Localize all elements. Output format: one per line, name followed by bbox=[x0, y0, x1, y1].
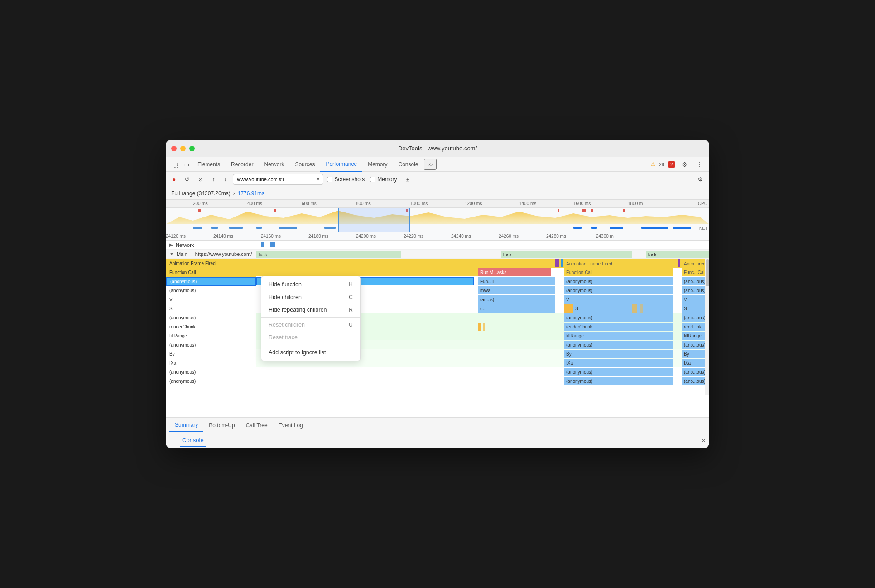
more-tabs-button[interactable]: >> bbox=[424, 159, 437, 170]
console-close-icon[interactable]: × bbox=[702, 437, 706, 445]
task-bar-3[interactable]: Task bbox=[646, 251, 709, 258]
anonymous-label-3[interactable]: (anonymous) bbox=[166, 313, 256, 322]
flame-chart: Animation Frame Fired Animation Frame Fi… bbox=[166, 259, 709, 417]
anonymous-bar-6[interactable]: (anonymous) bbox=[564, 313, 673, 322]
hide-function-item[interactable]: Hide function H bbox=[261, 278, 360, 291]
hide-repeating-shortcut: R bbox=[349, 307, 353, 313]
ellipsis-bar[interactable]: (... bbox=[478, 304, 555, 313]
ixa-bar[interactable]: IXa bbox=[564, 359, 673, 367]
v-bar[interactable]: V bbox=[564, 295, 673, 304]
svg-rect-2 bbox=[274, 209, 276, 212]
ixa-label[interactable]: IXa bbox=[166, 358, 256, 367]
fillrange-bar[interactable]: fillRange_ bbox=[564, 332, 673, 340]
screenshots-check[interactable] bbox=[327, 177, 332, 182]
selection-overlay[interactable] bbox=[338, 208, 410, 232]
console-menu-icon[interactable]: ⋮ bbox=[169, 436, 177, 445]
capture-settings-icon[interactable]: ⚙ bbox=[695, 174, 706, 184]
anonymous-label-6[interactable]: (anonymous) bbox=[166, 376, 256, 386]
anonymous-bar-4[interactable]: (anonymous) bbox=[564, 286, 673, 294]
anonymous-content-5[interactable]: (anonymous) (ano...ous) bbox=[256, 367, 709, 376]
anonymous-label-4[interactable]: (anonymous) bbox=[166, 340, 256, 349]
an-s-bar[interactable]: (an...s) bbox=[478, 295, 555, 304]
anonymous-label-2[interactable]: (anonymous) bbox=[166, 286, 256, 295]
anim-frame-bar[interactable] bbox=[256, 259, 551, 267]
tab-event-log[interactable]: Event Log bbox=[273, 419, 308, 431]
inspect-icon[interactable]: ⬚ bbox=[169, 159, 181, 170]
function-call-content[interactable]: Run M...asks Function Call Func...Call bbox=[256, 268, 709, 277]
tab-sources[interactable]: Sources bbox=[289, 157, 320, 172]
maximize-button[interactable] bbox=[189, 146, 195, 151]
selected-range[interactable]: 1776.91ms bbox=[238, 190, 264, 197]
anonymous-bar-2[interactable]: (anonymous) bbox=[564, 277, 673, 285]
record-button[interactable]: ● bbox=[169, 174, 178, 185]
reload-button[interactable]: ↺ bbox=[182, 174, 192, 184]
tab-summary[interactable]: Summary bbox=[169, 419, 203, 432]
network-track-content[interactable] bbox=[256, 241, 709, 249]
add-ignore-item[interactable]: Add script to ignore list bbox=[261, 346, 360, 359]
by-label[interactable]: By bbox=[166, 349, 256, 358]
scrollbar[interactable] bbox=[705, 259, 709, 395]
function-call-bar-2[interactable]: Function Call bbox=[564, 268, 673, 276]
anonymous-bar-12[interactable]: (anonymous) bbox=[564, 377, 673, 385]
tab-console[interactable]: Console bbox=[393, 157, 423, 172]
tab-bar: ⬚ ▭ Elements Recorder Network Sources Pe… bbox=[166, 157, 709, 172]
tab-bottom-up[interactable]: Bottom-Up bbox=[203, 419, 240, 431]
mwa-bar[interactable]: mWa bbox=[478, 286, 555, 294]
network-track-label[interactable]: ▶ Network bbox=[166, 241, 256, 249]
anonymous-label[interactable]: (anonymous) bbox=[166, 277, 256, 286]
run-masks-bar[interactable]: Run M...asks bbox=[478, 268, 551, 276]
anonymous-content-6[interactable]: (anonymous) (ano...ous) bbox=[256, 376, 709, 386]
main-track-content[interactable]: Task Task Task bbox=[256, 250, 709, 258]
s-label[interactable]: S bbox=[166, 304, 256, 313]
warning-count[interactable]: 29 bbox=[659, 162, 664, 167]
fillrange-label[interactable]: fillRange_ bbox=[166, 331, 256, 340]
anonymous-label-5[interactable]: (anonymous) bbox=[166, 367, 256, 376]
anonymous-bar-10[interactable]: (anonymous) bbox=[564, 368, 673, 376]
tab-recorder[interactable]: Recorder bbox=[226, 157, 259, 172]
console-tab[interactable]: Console bbox=[180, 434, 206, 447]
tab-call-tree[interactable]: Call Tree bbox=[240, 419, 273, 431]
settings-icon[interactable]: ⚙ bbox=[679, 159, 690, 170]
tab-performance[interactable]: Performance bbox=[320, 157, 362, 172]
anim-frame-content[interactable]: Animation Frame Fired Anim...ired bbox=[256, 259, 709, 268]
more-options-icon[interactable]: ⋮ bbox=[694, 159, 706, 170]
detail-tick-3: 24180 ms bbox=[308, 234, 328, 239]
hide-repeating-item[interactable]: Hide repeating children R bbox=[261, 304, 360, 316]
tab-memory[interactable]: Memory bbox=[362, 157, 393, 172]
anonymous-bar-8[interactable]: (anonymous) bbox=[564, 341, 673, 349]
collapse-main-icon[interactable]: ▼ bbox=[169, 251, 174, 256]
fun-ll-bar[interactable]: Fun...ll bbox=[478, 277, 555, 285]
tab-network[interactable]: Network bbox=[259, 157, 289, 172]
anim-frame-label[interactable]: Animation Frame Fired bbox=[166, 259, 256, 268]
memory-extra-icon[interactable]: ⊞ bbox=[403, 174, 413, 184]
renderchunk-bar[interactable]: renderChunk_ bbox=[564, 323, 673, 331]
v-label[interactable]: V bbox=[166, 295, 256, 304]
expand-network-icon[interactable]: ▶ bbox=[169, 242, 173, 247]
address-input[interactable]: www.youtube.com #1 ▾ bbox=[233, 174, 323, 185]
upload-button[interactable]: ↑ bbox=[209, 174, 217, 184]
task-bar-2[interactable]: Task bbox=[501, 251, 632, 258]
task-bar-1[interactable]: Task bbox=[256, 251, 401, 258]
dropdown-arrow-icon[interactable]: ▾ bbox=[317, 177, 319, 182]
timeline-overview[interactable]: 200 ms 400 ms 600 ms 800 ms 1000 ms 1200… bbox=[166, 200, 709, 232]
scrollbar-thumb[interactable] bbox=[706, 259, 709, 286]
function-call-label[interactable]: Function Call bbox=[166, 268, 256, 277]
svg-rect-11 bbox=[256, 227, 262, 229]
clear-button[interactable]: ⊘ bbox=[196, 174, 206, 184]
screenshots-checkbox[interactable]: Screenshots bbox=[327, 176, 365, 183]
close-button[interactable] bbox=[171, 146, 177, 151]
memory-check[interactable] bbox=[370, 177, 375, 182]
download-button[interactable]: ↓ bbox=[221, 174, 229, 184]
device-icon[interactable]: ▭ bbox=[181, 159, 192, 170]
main-track-label[interactable]: ▼ Main — https://www.youtube.com/ bbox=[166, 250, 256, 258]
hide-children-item[interactable]: Hide children C bbox=[261, 291, 360, 304]
anim-frame-bar-2[interactable]: Animation Frame Fired bbox=[564, 259, 673, 267]
blue-marker-1 bbox=[561, 259, 563, 267]
minimize-button[interactable] bbox=[180, 146, 186, 151]
memory-checkbox[interactable]: Memory bbox=[370, 176, 397, 183]
s-bar[interactable]: S bbox=[573, 304, 673, 313]
cpu-label: CPU bbox=[698, 201, 707, 206]
by-bar[interactable]: By bbox=[564, 350, 673, 358]
renderchunk-label[interactable]: renderChunk_ bbox=[166, 322, 256, 331]
tab-elements[interactable]: Elements bbox=[192, 157, 226, 172]
